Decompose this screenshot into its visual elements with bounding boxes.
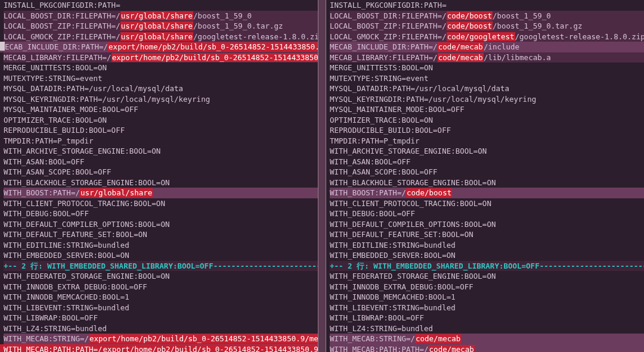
- code-line: WITH_LZ4:STRING=bundled: [330, 323, 644, 334]
- diff-change: code/mecab: [438, 53, 484, 62]
- fold-marker[interactable]: +-- 2 行: WITH_EMBEDDED_SHARED_LIBRARY:BO…: [4, 261, 318, 272]
- code-line: MYSQL_KEYRINGDIR:PATH=/usr/local/mysql/k…: [4, 94, 318, 105]
- code-line: LOCAL_BOOST_ZIP:FILEPATH=/code/boost/boo…: [330, 21, 644, 32]
- code-line: WITH_FEDERATED_STORAGE_ENGINE:BOOL=ON: [4, 271, 318, 282]
- code-line: WITH_DEBUG:BOOL=OFF: [4, 208, 318, 219]
- code-line: INSTALL_PKGCONFIGDIR:PATH=: [4, 0, 318, 11]
- code-line: WITH_EMBEDDED_SERVER:BOOL=ON: [330, 250, 644, 261]
- diff-change: code/boost: [447, 11, 493, 20]
- fold-marker[interactable]: +-- 2 行: WITH_EMBEDDED_SHARED_LIBRARY:BO…: [330, 261, 644, 272]
- code-line: WITH_LIBWRAP:BOOL=OFF: [330, 313, 644, 323]
- code-line: WITH_LIBWRAP:BOOL=OFF: [4, 313, 318, 323]
- fold-text: +-- 2 行: WITH_EMBEDDED_SHARED_LIBRARY:BO…: [330, 261, 540, 270]
- text: /lib/libmecab.a: [484, 53, 551, 62]
- code-line: TMPDIR:PATH=P_tmpdir: [4, 136, 318, 147]
- diff-change: export/home/pb2/build/sb_0-26514852-1514…: [89, 334, 318, 343]
- code-line: OPTIMIZER_TRACE:BOOL=ON: [330, 115, 644, 126]
- text: LOCAL_BOOST_ZIP:FILEPATH=/: [4, 21, 120, 30]
- diff-change: code/mecab: [438, 42, 484, 51]
- code-line: WITH_MECAB:STRING=/export/home/pb2/build…: [4, 334, 318, 344]
- code-line: MYSQL_KEYRINGDIR:PATH=/usr/local/mysql/k…: [330, 94, 644, 105]
- code-line: WITH_LZ4:STRING=bundled: [4, 323, 318, 334]
- text: WITH_MECAB:STRING=/: [4, 334, 89, 343]
- text: ECAB_INCLUDE_DIR:PATH=/: [5, 42, 108, 51]
- code-line: WITH_BOOST:PATH=/usr/global/share: [4, 188, 318, 198]
- code-line: LOCAL_BOOST_DIR:FILEPATH=/code/boost/boo…: [330, 11, 644, 21]
- code-line: WITH_BLACKHOLE_STORAGE_ENGINE:BOOL=ON: [4, 177, 318, 188]
- text: LOCAL_GMOCK_ZIP:FILEPATH=/: [330, 32, 447, 41]
- code-line: WITH_FEDERATED_STORAGE_ENGINE:BOOL=ON: [330, 271, 644, 282]
- diff-change: usr/global/share: [120, 21, 193, 30]
- split-divider[interactable]: [318, 0, 326, 352]
- code-line: WITH_MECAB:PATH:PATH=/export/home/pb2/bu…: [0, 344, 318, 353]
- text: /boost_1_59_0.tar.gz: [493, 21, 583, 30]
- code-line: WITH_LIBEVENT:STRING=bundled: [330, 303, 644, 313]
- diff-panes: INSTALL_PKGCONFIGDIR:PATH= LOCAL_BOOST_D…: [0, 0, 644, 352]
- left-pane[interactable]: INSTALL_PKGCONFIGDIR:PATH= LOCAL_BOOST_D…: [0, 0, 318, 352]
- text: /boost_1_59_0.tar.gz: [193, 21, 283, 30]
- diff-change: code/googletest: [447, 32, 515, 41]
- code-line: WITH_DEFAULT_COMPILER_OPTIONS:BOOL=ON: [4, 219, 318, 230]
- code-line: WITH_INNODB_MEMCACHED:BOOL=1: [330, 292, 644, 303]
- right-pane[interactable]: INSTALL_PKGCONFIGDIR:PATH= LOCAL_BOOST_D…: [326, 0, 644, 352]
- fold-dashes: ----------------------------: [540, 261, 644, 270]
- diff-change: code/mecab: [429, 345, 475, 353]
- text: /boost_1_59_0: [193, 11, 252, 20]
- text: WITH_MECAB:STRING=/: [330, 334, 415, 343]
- code-line: MYSQL_DATADIR:PATH=/usr/local/mysql/data: [330, 83, 644, 94]
- diff-change: export/home/pb2/build/sb_0-26514852-1514…: [112, 53, 318, 62]
- text: MECAB_INCLUDE_DIR:PATH=/: [330, 42, 438, 51]
- code-line: WITH_CLIENT_PROTOCOL_TRACING:BOOL=ON: [330, 198, 644, 209]
- text: /googletest-release-1.8.0.zip: [515, 32, 644, 41]
- code-line: TMPDIR:PATH=P_tmpdir: [330, 136, 644, 147]
- code-line: WITH_EDITLINE:STRING=bundled: [4, 240, 318, 251]
- diff-change: export/home/pb2/build/sb_0-26514852-1514…: [108, 42, 318, 51]
- text: /include: [484, 42, 519, 51]
- diff-change: code/mecab: [415, 334, 461, 343]
- diff-change: export/home/pb2/build/sb_0-26514852-1514…: [103, 345, 318, 353]
- code-line: REPRODUCIBLE_BUILD:BOOL=OFF: [330, 125, 644, 136]
- text: /googletest-release-1.8.0.zip: [193, 32, 318, 41]
- text: LOCAL_BOOST_DIR:FILEPATH=/: [330, 11, 447, 20]
- code-line: MECAB_LIBRARY:FILEPATH=/code/mecab/lib/l…: [330, 52, 644, 63]
- text: LOCAL_BOOST_DIR:FILEPATH=/: [4, 11, 120, 20]
- code-line: MERGE_UNITTESTS:BOOL=ON: [330, 63, 644, 73]
- text: WITH_MECAB:PATH:PATH=/: [4, 345, 103, 353]
- code-line: WITH_BLACKHOLE_STORAGE_ENGINE:BOOL=ON: [330, 177, 644, 188]
- text: LOCAL_BOOST_ZIP:FILEPATH=/: [330, 21, 447, 30]
- code-line: MYSQL_MAINTAINER_MODE:BOOL=OFF: [4, 104, 318, 115]
- code-line: LOCAL_GMOCK_ZIP:FILEPATH=/code/googletes…: [330, 32, 644, 42]
- diff-change: code/boost: [406, 188, 452, 197]
- code-line: WITH_ASAN_SCOPE:BOOL=OFF: [4, 167, 318, 177]
- code-line: WITH_DEFAULT_FEATURE_SET:BOOL=ON: [4, 229, 318, 240]
- code-line: WITH_ASAN:BOOL=OFF: [4, 157, 318, 167]
- code-line: WITH_DEBUG:BOOL=OFF: [330, 208, 644, 219]
- code-line: LOCAL_GMOCK_ZIP:FILEPATH=/usr/global/sha…: [4, 32, 318, 42]
- code-line: LOCAL_BOOST_ZIP:FILEPATH=/usr/global/sha…: [4, 21, 318, 32]
- code-line: WITH_MECAB:PATH:PATH=/code/mecab: [330, 344, 644, 353]
- code-line: WITH_INNODB_EXTRA_DEBUG:BOOL=OFF: [330, 282, 644, 292]
- code-line: MUTEXTYPE:STRING=event: [4, 73, 318, 84]
- text: WITH_MECAB:PATH:PATH=/: [330, 345, 429, 353]
- code-line: WITH_BOOST:PATH=/code/boost: [330, 188, 644, 198]
- fold-dashes: ----------------------------: [213, 261, 318, 270]
- code-line: WITH_ARCHIVE_STORAGE_ENGINE:BOOL=ON: [330, 146, 644, 157]
- fold-text: +-- 2 行: WITH_EMBEDDED_SHARED_LIBRARY:BO…: [4, 261, 213, 270]
- code-line: WITH_LIBEVENT:STRING=bundled: [4, 303, 318, 313]
- text: MECAB_LIBRARY:FILEPATH=/: [330, 53, 438, 62]
- code-line: WITH_ASAN_SCOPE:BOOL=OFF: [330, 167, 644, 177]
- diff-change: code/boost: [447, 21, 493, 30]
- code-line: MECAB_INCLUDE_DIR:PATH=/code/mecab/inclu…: [330, 42, 644, 52]
- code-line: MUTEXTYPE:STRING=event: [330, 73, 644, 84]
- diff-change: usr/global/share: [120, 32, 193, 41]
- text-cursor: [0, 42, 5, 51]
- code-line: MERGE_UNITTESTS:BOOL=ON: [4, 63, 318, 73]
- text: WITH_BOOST:PATH=/: [330, 188, 406, 197]
- code-line: WITH_DEFAULT_FEATURE_SET:BOOL=ON: [330, 229, 644, 240]
- code-line: MECAB_LIBRARY:FILEPATH=/export/home/pb2/…: [4, 52, 318, 63]
- text: WITH_BOOST:PATH=/: [4, 188, 80, 197]
- text: MECAB_LIBRARY:FILEPATH=/: [4, 53, 112, 62]
- code-line: LOCAL_BOOST_DIR:FILEPATH=/usr/global/sha…: [4, 11, 318, 21]
- code-line: REPRODUCIBLE_BUILD:BOOL=OFF: [4, 125, 318, 136]
- code-line: OPTIMIZER_TRACE:BOOL=ON: [4, 115, 318, 126]
